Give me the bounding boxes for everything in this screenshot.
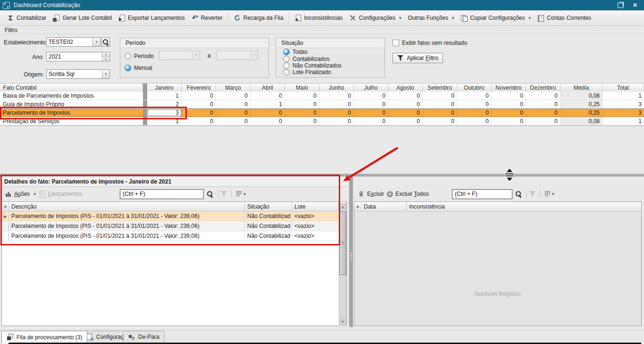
restore-window-icon[interactable] (618, 3, 623, 8)
radio-off-icon[interactable] (283, 69, 290, 76)
column-header[interactable]: Outubro (457, 84, 492, 92)
origem-input[interactable] (47, 71, 102, 77)
radio-off-icon[interactable] (283, 62, 290, 69)
column-header[interactable]: Maio (285, 84, 319, 92)
inconsistencias-button[interactable]: Inconsistências (292, 13, 346, 24)
radio-todas[interactable]: Todas (283, 49, 308, 55)
copiar-configuracoes-menu-button[interactable]: Copiar Configurações (457, 13, 534, 24)
column-header[interactable]: Dezembro (526, 84, 560, 92)
estabelecimento-input[interactable] (47, 39, 92, 45)
column-header[interactable]: Descrição (9, 202, 245, 211)
chevron-down-icon[interactable] (102, 70, 109, 78)
estabelecimento-search-button[interactable] (101, 37, 110, 47)
search-icon[interactable] (207, 191, 214, 198)
inconsistencias-search-input[interactable] (452, 191, 512, 197)
close-window-icon[interactable] (633, 2, 637, 8)
spin-down-icon[interactable] (102, 57, 109, 61)
exportar-lancamentos-button[interactable]: Exportar Lançamentos (115, 13, 188, 24)
tab-fila-de-processamento[interactable]: Fila de processamento (3) (1, 331, 87, 344)
column-header[interactable]: Novembro (492, 84, 526, 92)
undo-icon (192, 15, 199, 22)
filter-funnel-icon[interactable] (221, 191, 227, 197)
periodo-from-combo[interactable] (159, 50, 200, 60)
detalhes-search-field[interactable] (120, 189, 204, 199)
scrollbar-thumb[interactable] (339, 211, 346, 275)
radio-off-icon[interactable] (283, 56, 290, 62)
table-row[interactable]: Prestação de Serviços 1 0 0 0 0 0 0 0 0 … (0, 117, 644, 126)
fatos-grid: Fato Contábil Janeiro Fevereiro Março Ab… (0, 83, 644, 126)
table-row[interactable]: Parcelamento de Impostos (PIS - 01/01/20… (2, 221, 346, 231)
column-header[interactable]: Data (361, 202, 407, 211)
excluir-button[interactable]: Excluir (358, 191, 384, 198)
focused-cell[interactable]: 3 (147, 109, 182, 117)
configuracoes-menu-button[interactable]: Configurações (346, 13, 405, 24)
fixed-column-divider[interactable] (143, 84, 147, 92)
table-row-selected[interactable]: Parcelamento de Impostos 3 0 0 0 0 0 0 0… (0, 109, 644, 117)
radio-periodo[interactable]: Período (125, 53, 154, 59)
reverter-button[interactable]: Reverter (188, 13, 226, 24)
grid-settings-icon[interactable] (543, 191, 557, 198)
copy-document-icon (460, 15, 468, 22)
lancamentos-button[interactable]: Lançamentos (39, 191, 82, 198)
exibir-fatos-checkbox[interactable]: Exibir fatos sem resultado (393, 40, 467, 46)
filter-funnel-icon[interactable] (529, 191, 535, 197)
aplicar-filtro-button[interactable]: Aplicar Filtro (393, 53, 443, 63)
column-header[interactable]: Junho (319, 84, 354, 92)
recarga-da-fila-button[interactable]: Recarga da Fila (231, 13, 287, 24)
column-header[interactable]: Fato Contábil (0, 84, 143, 92)
periodo-between-label: a (206, 52, 212, 59)
origem-combo[interactable] (46, 69, 110, 79)
radio-on-icon[interactable] (283, 49, 290, 55)
table-row-selected[interactable]: Parcelamento de Impostos (PIS - 01/01/20… (2, 211, 346, 221)
column-header[interactable]: Média (560, 84, 602, 92)
radio-off-icon[interactable] (125, 53, 131, 59)
column-header[interactable]: Abril (251, 84, 285, 92)
grid-corner-button[interactable]: ∗ (354, 202, 361, 211)
table-row[interactable]: Parcelamento de Impostos (PIS - 01/01/20… (2, 231, 346, 241)
acoes-menu-button[interactable]: Ações (5, 191, 36, 198)
column-header[interactable]: Março (216, 84, 251, 92)
outras-funcoes-menu-button[interactable]: Outras Funções (405, 13, 458, 23)
column-header[interactable]: Total (602, 84, 644, 92)
scroll-up-icon[interactable] (339, 203, 346, 210)
column-header[interactable]: Setembro (423, 84, 457, 92)
column-header[interactable]: Situação (245, 202, 292, 211)
search-icon[interactable] (515, 191, 522, 198)
detalhes-search-input[interactable] (120, 191, 203, 197)
radio-contabilizados[interactable]: Contabilizados (283, 56, 330, 62)
scroll-down-icon[interactable] (339, 318, 346, 325)
vertical-scrollbar[interactable] (339, 203, 346, 325)
refresh-icon (234, 15, 241, 22)
checkbox-unchecked-icon[interactable] (393, 40, 399, 46)
periodo-to-combo[interactable] (216, 50, 258, 60)
column-header[interactable]: Lote (292, 202, 339, 211)
gerar-lote-contabil-button[interactable]: Gerar Lote Contábil (50, 13, 115, 24)
column-header[interactable]: Fevereiro (182, 84, 216, 92)
chevron-down-icon[interactable] (92, 38, 100, 46)
column-header[interactable]: Agosto (388, 84, 423, 92)
vertical-splitter[interactable] (349, 176, 353, 327)
estabelecimento-combo[interactable] (46, 37, 100, 47)
ano-spinner[interactable] (46, 52, 110, 61)
radio-mensal[interactable]: Mensal (125, 65, 152, 71)
excluir-todos-button[interactable]: Excluir Todos (387, 191, 429, 197)
contas-correntes-button[interactable]: Contas Correntes (534, 13, 594, 24)
tab-de-para[interactable]: De-Para (123, 331, 165, 343)
titlebar: Dashboard Contabilização (0, 0, 644, 10)
ano-input[interactable] (47, 53, 102, 60)
spin-up-icon[interactable] (102, 52, 109, 57)
column-header[interactable]: Janeiro (147, 84, 182, 92)
radio-on-icon[interactable] (125, 65, 131, 71)
column-header[interactable]: Inconsistência (407, 202, 641, 211)
inconsistencias-search-field[interactable] (452, 189, 512, 199)
contabilizar-button[interactable]: Contabilizar (4, 13, 50, 24)
table-row[interactable]: Baixa de Parcelamento de Impostos 1 0 0 … (0, 92, 644, 100)
radio-lote-finalizado[interactable]: Lote Finalizado (283, 69, 331, 76)
radio-nao-contabilizados[interactable]: Não Contabilizados (283, 62, 342, 69)
grid-corner-button[interactable]: ∗ (2, 202, 9, 211)
column-header[interactable]: Julho (354, 84, 388, 92)
spinner-arrows[interactable] (102, 52, 109, 61)
settings-document-icon (86, 334, 93, 341)
table-row[interactable]: Guia de Imposto Próprio 2 0 0 1 0 0 0 0 … (0, 100, 644, 109)
grid-settings-icon[interactable] (234, 191, 248, 198)
